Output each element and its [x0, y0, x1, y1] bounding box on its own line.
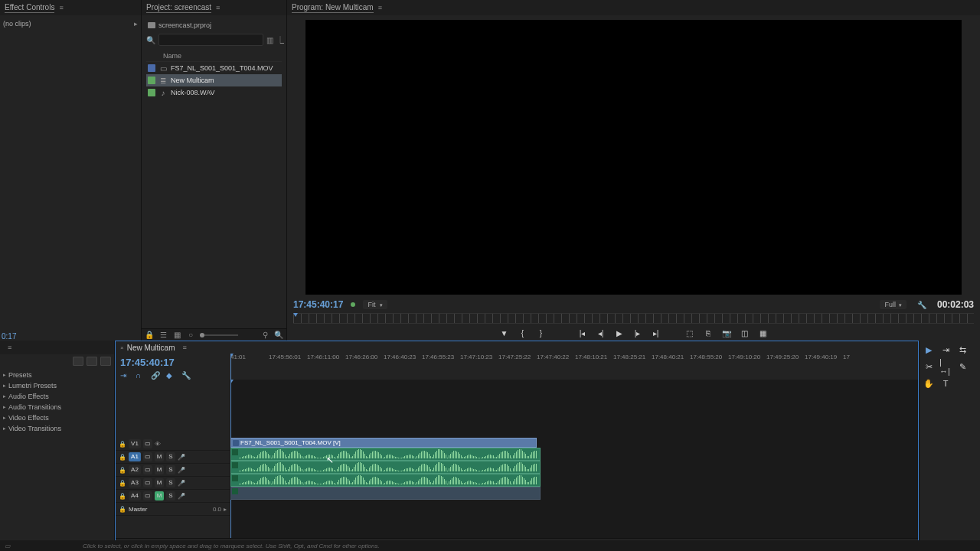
step-forward-icon[interactable]: |▸	[632, 328, 643, 338]
audio-track-header[interactable]: 🔒 A2 ▭ M S 🎤	[116, 464, 230, 477]
track-tag[interactable]: A3	[129, 478, 141, 487]
lock-icon[interactable]: 🔒	[119, 480, 126, 487]
project-asset-row[interactable]: ≣ New Multicam	[146, 74, 282, 86]
project-search-input[interactable]	[158, 34, 263, 46]
voice-over-icon[interactable]: 🎤	[178, 454, 187, 461]
toggle-output-icon[interactable]: ▭	[143, 439, 152, 448]
find-icon[interactable]: ⚲	[260, 331, 270, 340]
audio-track-header[interactable]: 🔒 A3 ▭ M S 🎤	[116, 477, 230, 490]
filter-icon[interactable]: ⎿	[276, 35, 284, 44]
audio-clip[interactable]	[230, 474, 541, 487]
razor-tool-icon[interactable]: ✂	[923, 360, 935, 373]
zoom-level-select[interactable]: Fit	[363, 300, 387, 309]
lock-icon[interactable]: 🔒	[119, 493, 126, 500]
timeline-ruler[interactable]: 41:0117:45:56:0117:46:11:0017:46:26:0017…	[230, 354, 918, 366]
voice-over-icon[interactable]: 🎤	[178, 467, 187, 474]
audio-track-header[interactable]: 🔒 A4 ▭ M S 🎤	[116, 490, 230, 503]
program-header[interactable]: Program: New Multicam ≡	[287, 0, 980, 15]
solo-button[interactable]: S	[166, 465, 175, 474]
step-back-icon[interactable]: ◂|	[596, 328, 606, 338]
effects-folder[interactable]: Audio Effects	[3, 391, 111, 402]
track-tag[interactable]: A2	[129, 465, 141, 474]
lift-icon[interactable]: ⬚	[684, 328, 695, 338]
go-to-in-icon[interactable]: |◂	[577, 328, 588, 338]
effects-folder[interactable]: Presets	[3, 370, 111, 380]
button-editor-icon[interactable]: ▦	[758, 328, 769, 338]
type-tool-icon[interactable]: T	[939, 377, 952, 390]
out-point-icon[interactable]: }	[536, 328, 547, 338]
track-tag[interactable]: A4	[129, 491, 141, 500]
toggle-output-icon[interactable]: ▭	[143, 491, 152, 500]
toggle-output-icon[interactable]: ▭	[143, 452, 152, 461]
effect-controls-header[interactable]: Effect Controls ≡	[0, 0, 141, 15]
panel-menu-icon[interactable]: ≡	[8, 344, 11, 351]
slip-tool-icon[interactable]: |↔|	[939, 360, 952, 373]
track-select-icon[interactable]: ⇥	[939, 344, 952, 356]
disclosure-icon[interactable]: ▸	[134, 20, 138, 28]
effects-folder[interactable]: Audio Transitions	[3, 402, 111, 412]
solo-button[interactable]: S	[166, 452, 175, 461]
chevron-icon[interactable]: ▸	[224, 506, 227, 513]
mute-button[interactable]: M	[155, 452, 164, 461]
audio-clip[interactable]	[230, 461, 541, 474]
lock-icon[interactable]: 🔒	[119, 467, 126, 474]
panel-menu-icon[interactable]: ≡	[378, 4, 382, 11]
project-header[interactable]: Project: screencast ≡	[142, 0, 286, 15]
play-icon[interactable]: ▶	[614, 328, 625, 338]
panel-menu-icon[interactable]: ≡	[216, 4, 220, 11]
audio-track-header[interactable]: 🔒 A1 ▭ M S 🎤	[116, 451, 230, 464]
lock-col-icon[interactable]: 🔒	[145, 331, 154, 340]
playhead-icon[interactable]	[293, 313, 298, 325]
timeline-tab[interactable]: × New Multicam ≡	[116, 341, 918, 354]
mute-button[interactable]: M	[155, 465, 164, 474]
timeline-timecode[interactable]: 17:45:40:17	[120, 355, 226, 370]
fx-badge-icon[interactable]	[87, 357, 97, 366]
audio-clip[interactable]	[230, 487, 541, 500]
effects-folder[interactable]: Video Effects	[3, 412, 111, 423]
toggle-output-icon[interactable]: ▭	[143, 478, 152, 487]
list-view-icon[interactable]: ☰	[158, 331, 168, 340]
master-value[interactable]: 0.0	[158, 506, 221, 513]
track-tag[interactable]: A1	[129, 452, 141, 461]
toggle-output-icon[interactable]: ▭	[143, 465, 152, 474]
project-breadcrumb[interactable]: screencast.prproj	[146, 18, 282, 32]
new-item-icon[interactable]: 🔍	[274, 331, 283, 340]
resolution-select[interactable]: Full	[880, 300, 906, 309]
solo-button[interactable]: S	[166, 478, 175, 487]
icon-view-icon[interactable]: ▦	[172, 331, 181, 340]
settings-icon[interactable]: 🔧	[917, 301, 926, 309]
voice-over-icon[interactable]: 🎤	[178, 493, 187, 500]
lock-icon[interactable]: 🔒	[119, 454, 126, 461]
voice-over-icon[interactable]: 🎤	[178, 480, 187, 487]
thumbnail-size-slider[interactable]	[200, 334, 238, 336]
program-timecode-current[interactable]: 17:45:40:17	[293, 299, 343, 310]
lock-icon[interactable]: 🔒	[119, 441, 126, 448]
mute-button[interactable]: M	[155, 491, 164, 500]
hand-tool-icon[interactable]: ✋	[923, 377, 935, 390]
video-clip[interactable]: FS7_NL_S001_S001_T004.MOV [V]	[230, 438, 537, 448]
extract-icon[interactable]: ⎘	[703, 328, 714, 338]
pen-tool-icon[interactable]: ✎	[956, 360, 969, 373]
effects-folder[interactable]: Video Transitions	[3, 423, 111, 434]
timeline-playhead[interactable]	[230, 354, 231, 380]
project-asset-row[interactable]: ♪ Nick-008.WAV	[146, 86, 282, 99]
selection-tool-icon[interactable]: ▶	[923, 344, 935, 356]
column-header-name[interactable]: Name	[146, 51, 282, 62]
effects-folder[interactable]: Lumetri Presets	[3, 380, 111, 391]
fx-badge-icon[interactable]	[100, 357, 111, 366]
track-tag[interactable]: V1	[129, 439, 141, 448]
panel-menu-icon[interactable]: ≡	[59, 4, 63, 11]
ripple-edit-icon[interactable]: ⇆	[956, 344, 969, 356]
video-track-header[interactable]: 🔒 V1 ▭ 👁	[116, 438, 230, 451]
bin-icon[interactable]: ▭	[5, 543, 14, 549]
comparison-icon[interactable]: ◫	[740, 328, 750, 338]
in-point-icon[interactable]: {	[518, 328, 528, 338]
program-scrubber[interactable]	[293, 313, 974, 324]
mute-button[interactable]: M	[155, 478, 164, 487]
close-icon[interactable]: ×	[120, 344, 124, 351]
project-asset-row[interactable]: ▭ FS7_NL_S001_S001_T004.MOV	[146, 62, 282, 74]
lock-icon[interactable]: 🔒	[119, 506, 126, 513]
effect-controls-timecode[interactable]: 0:17	[2, 332, 16, 341]
solo-button[interactable]: S	[166, 491, 175, 500]
master-track-header[interactable]: 🔒 Master 0.0 ▸	[116, 503, 230, 516]
